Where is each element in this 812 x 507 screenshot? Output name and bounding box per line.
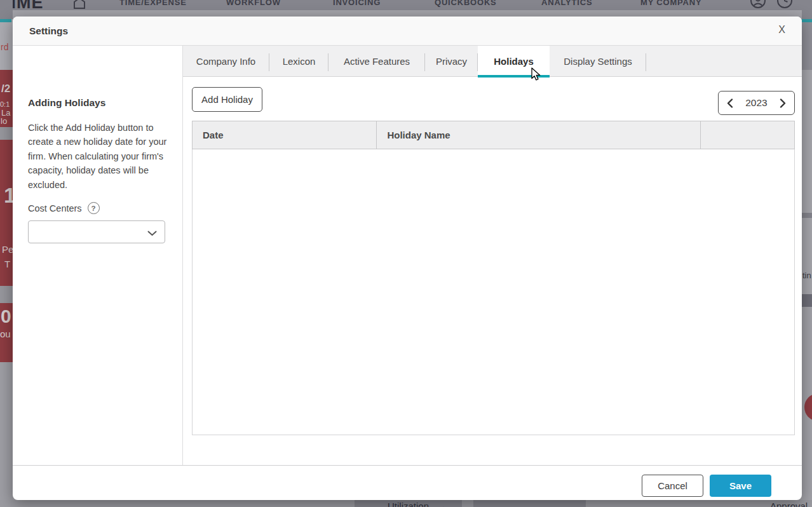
nav-item-workflow: WORKFLOW <box>226 0 281 7</box>
sidebar-description: Click the Add Holiday button to create a… <box>28 121 170 192</box>
screen: GTIME TIME/EXPENSE WORKFLOW INVOICING QU… <box>0 0 812 507</box>
arrow-icon: → <box>437 501 447 507</box>
holidays-table: Date Holiday Name <box>192 121 795 435</box>
tab-company-info[interactable]: Company Info <box>182 46 269 77</box>
settings-modal: Settings X Company Info Lexicon Active F… <box>13 17 802 500</box>
cost-centers-label: Cost Centers <box>28 203 82 213</box>
clock-icon <box>776 0 793 9</box>
help-icon[interactable]: ? <box>88 202 100 214</box>
nav-item-analytics: ANALYTICS <box>541 0 592 7</box>
modal-header: Settings X <box>13 17 802 46</box>
add-holiday-button[interactable]: Add Holiday <box>192 87 262 112</box>
background-top-nav: GTIME TIME/EXPENSE WORKFLOW INVOICING QU… <box>0 0 812 10</box>
table-body-empty <box>192 149 795 435</box>
text-fragment: tin <box>802 271 811 280</box>
sidebar-heading: Adding Holidays <box>28 97 105 109</box>
nav-item-quickbooks: QUICKBOOKS <box>435 0 497 7</box>
sidebar-divider <box>182 46 183 465</box>
background-right-edge: tin <box>802 0 812 507</box>
settings-tabs: Company Info Lexicon Active Features Pri… <box>182 46 802 77</box>
column-header-holiday-name: Holiday Name <box>376 121 700 149</box>
chevron-left-icon <box>727 98 733 108</box>
tab-active-features[interactable]: Active Features <box>328 46 425 77</box>
chevron-right-icon <box>780 98 786 108</box>
next-year-button[interactable] <box>780 98 786 108</box>
background-left-edge: rd /2 0:1 La lo 1 Pe T 0 ou <box>0 0 13 507</box>
nav-item-time-expense: TIME/EXPENSE <box>119 0 187 7</box>
year-label: 2023 <box>745 97 767 109</box>
background-bottom-edge: Utilization → Approval <box>0 500 812 507</box>
tab-privacy[interactable]: Privacy <box>425 46 478 77</box>
nav-item-invoicing: INVOICING <box>333 0 381 7</box>
save-button[interactable]: Save <box>710 475 771 497</box>
footer-divider <box>13 465 802 466</box>
previous-year-button[interactable] <box>727 98 733 108</box>
chevron-down-icon <box>147 231 157 236</box>
year-navigator: 2023 <box>718 91 795 115</box>
tab-lexicon[interactable]: Lexicon <box>269 46 328 77</box>
modal-title: Settings <box>13 25 68 37</box>
utilization-label: Utilization <box>388 501 429 507</box>
column-header-date: Date <box>193 121 376 149</box>
close-icon[interactable]: X <box>778 25 785 35</box>
breadcrumb-fragment: rd <box>1 42 8 52</box>
mouse-cursor <box>531 67 545 83</box>
profile-icon <box>750 0 766 9</box>
nav-item-my-company: MY COMPANY <box>640 0 701 7</box>
home-icon <box>72 0 87 11</box>
cost-centers-select[interactable] <box>28 220 165 243</box>
cancel-button[interactable]: Cancel <box>642 475 703 497</box>
tab-display-settings[interactable]: Display Settings <box>550 46 646 77</box>
column-header-actions <box>700 121 794 149</box>
approval-label: Approval <box>770 501 808 507</box>
table-header-row: Date Holiday Name <box>192 121 795 149</box>
